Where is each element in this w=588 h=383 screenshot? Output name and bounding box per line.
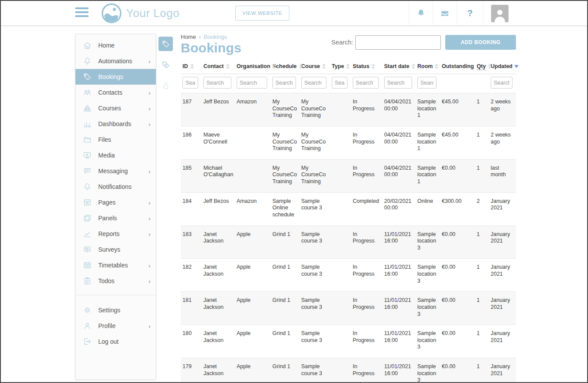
quick-toolbar-button[interactable] — [158, 79, 173, 93]
sidebar-item-profile[interactable]: Profile› — [76, 318, 156, 334]
column-search-course[interactable] — [301, 77, 327, 89]
add-booking-button[interactable]: ADD BOOKING — [445, 35, 516, 50]
column-search-id[interactable] — [182, 77, 198, 89]
column-header-start-date[interactable]: Start date — [382, 60, 416, 74]
quick-toolbar-button[interactable] — [158, 58, 173, 72]
sidebar-item-files[interactable]: Files — [76, 132, 156, 147]
avatar[interactable] — [491, 5, 509, 22]
sort-icon — [272, 64, 276, 69]
cell-outstanding: €0.00 — [440, 259, 475, 292]
cell-updated: January 2021 — [489, 292, 516, 325]
sidebar-item-dashboards[interactable]: Dashboards› — [76, 116, 156, 132]
chevron-right-icon: › — [148, 262, 151, 269]
sidebar-item-label: Files — [98, 136, 151, 143]
bell-icon — [83, 56, 92, 66]
column-search-type[interactable] — [332, 77, 347, 89]
sort-up-icon — [412, 64, 415, 66]
sidebar-item-settings[interactable]: Settings — [76, 302, 156, 318]
cell-type — [330, 226, 351, 259]
inbox-icon — [440, 8, 450, 19]
cell-id: 179 — [181, 358, 202, 383]
search-input[interactable] — [355, 35, 441, 50]
cell-type — [330, 192, 351, 226]
search-cell-contact — [202, 74, 235, 93]
cell-room: Sample location 1 — [416, 159, 440, 192]
cell-course: Sample course 3 — [299, 358, 330, 383]
tag-star-icon — [161, 81, 171, 91]
column-header-course[interactable]: Course — [299, 60, 330, 74]
table-row[interactable]: 181Janet JacksonAppleGrind 1Sample cours… — [181, 292, 516, 325]
cell-start-date: 11/01/2021 16:00 — [382, 226, 416, 259]
sort-up-icon — [371, 64, 375, 66]
column-header-room[interactable]: Room — [416, 60, 440, 74]
cell-organisation — [235, 159, 271, 192]
view-website-button[interactable]: VIEW WEBSITE — [235, 6, 289, 21]
quick-toolbar-button[interactable] — [158, 37, 173, 51]
column-search-organisation[interactable] — [237, 77, 267, 89]
cell-qty: 1 — [475, 226, 489, 259]
sidebar-item-label: Surveys — [98, 246, 151, 253]
sort-down-icon — [322, 67, 326, 69]
sidebar-item-label: Bookings — [98, 73, 151, 80]
sidebar-item-notifications[interactable]: Notifications — [76, 179, 156, 195]
column-search-schedule[interactable] — [272, 77, 296, 89]
column-header-status[interactable]: Status — [351, 60, 382, 74]
app-header: Your Logo VIEW WEBSITE — [1, 1, 587, 26]
column-label: Qty — [477, 63, 486, 70]
table-row[interactable]: 183Janet JacksonAppleGrind 1Sample cours… — [181, 226, 516, 259]
sidebar-item-reports[interactable]: Reports› — [76, 226, 156, 242]
chevron-right-icon: › — [148, 120, 151, 128]
table-row[interactable]: 179Janet JacksonAppleGrind 1Sample cours… — [181, 358, 516, 383]
column-header-type[interactable]: Type — [330, 60, 351, 74]
sidebar-item-timetables[interactable]: Timetables› — [76, 257, 156, 273]
sidebar-item-label: Messaging — [98, 168, 148, 174]
column-search-status[interactable] — [353, 77, 379, 89]
sidebar-item-surveys[interactable]: Surveys — [76, 242, 156, 257]
sidebar-item-todos[interactable]: Todos› — [76, 273, 156, 289]
sidebar-item-messaging[interactable]: Messaging› — [76, 163, 156, 179]
chevron-right-icon: › — [148, 230, 151, 238]
notifications-button[interactable] — [409, 1, 433, 26]
sidebar-item-log-out[interactable]: Log out — [76, 334, 156, 349]
column-search-start-date[interactable] — [384, 77, 412, 89]
column-header-contact[interactable]: Contact — [202, 60, 235, 74]
logo-icon — [101, 3, 122, 24]
sidebar-item-panels[interactable]: Panels› — [76, 210, 156, 226]
column-label: ID — [182, 63, 188, 69]
sort-up-icon — [488, 64, 492, 66]
dashboards-icon — [83, 119, 92, 129]
column-label: Status — [353, 63, 369, 69]
table-row[interactable]: 180Janet JacksonAppleGrind 1Sample cours… — [181, 325, 516, 358]
help-button[interactable]: ? — [457, 1, 483, 26]
column-header-updated[interactable]: Updated — [489, 60, 516, 74]
sidebar-item-pages[interactable]: Pages› — [76, 195, 156, 210]
sidebar-item-contacts[interactable]: Contacts› — [76, 85, 156, 100]
sidebar-item-automations[interactable]: Automations› — [76, 53, 156, 69]
column-search-updated[interactable] — [491, 77, 512, 89]
menu-icon[interactable] — [75, 7, 89, 19]
cell-room: Sample location 1 — [416, 93, 440, 127]
table-row[interactable]: 182Janet JacksonAppleGrind 1Sample cours… — [181, 259, 516, 292]
sidebar-item-media[interactable]: Media — [76, 147, 156, 163]
column-header-organisation[interactable]: Organisation — [235, 60, 271, 74]
sidebar-item-courses[interactable]: Courses› — [76, 100, 156, 116]
column-search-contact[interactable] — [203, 77, 231, 89]
inbox-button[interactable] — [433, 1, 457, 26]
sidebar-item-home[interactable]: Home — [76, 38, 156, 53]
breadcrumb-home[interactable]: Home — [181, 34, 196, 40]
column-header-qty[interactable]: Qty — [475, 60, 489, 74]
table-row[interactable]: 187Jeff BezosAmazonMy CourseCo TrainingM… — [181, 93, 516, 127]
cell-updated: January 2021 — [489, 325, 516, 358]
table-row[interactable]: 184Jeff BezosAmazonSample Online schedul… — [181, 192, 516, 226]
table-row[interactable]: 185Michael O'CallaghanMy CourseCo Traini… — [181, 159, 516, 192]
cell-contact: Janet Jackson — [202, 325, 235, 358]
table-row[interactable]: 186Maeve O'ConnellMy CourseCo TrainingMy… — [181, 126, 516, 159]
column-header-id[interactable]: ID — [181, 60, 202, 74]
sidebar-item-label: Panels — [98, 215, 148, 222]
column-search-room[interactable] — [417, 77, 437, 89]
cell-status: Completed — [351, 192, 382, 226]
reports-icon — [83, 229, 92, 239]
cell-schedule: My CourseCo Training — [271, 93, 299, 127]
sidebar-item-bookings[interactable]: Bookings — [76, 69, 156, 85]
bookings-tag-icon — [161, 39, 171, 49]
